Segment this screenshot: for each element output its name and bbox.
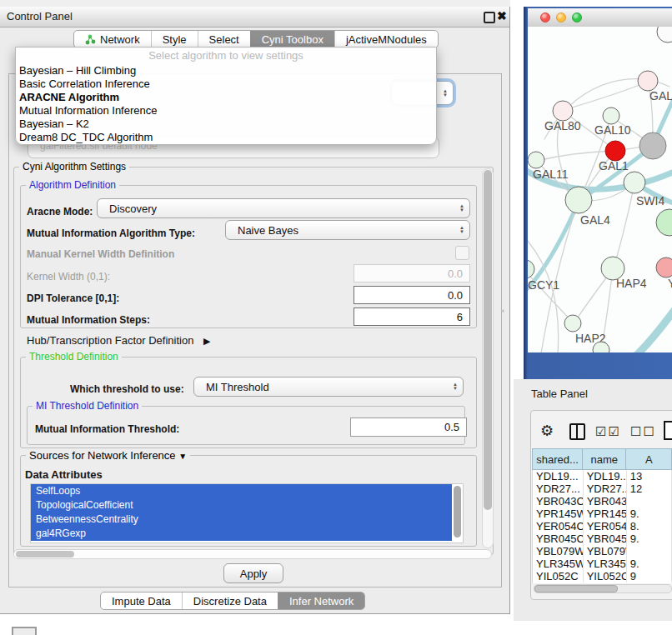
mi-steps-field[interactable]: 6 [354, 308, 470, 326]
tab-select[interactable]: Select [198, 31, 250, 48]
zoom-button[interactable] [572, 12, 582, 22]
algorithm-option-bayesian-hill-climbing[interactable]: Bayesian – Hill Climbing [16, 64, 436, 78]
column-header-name[interactable]: name [583, 448, 626, 470]
network-node[interactable] [656, 209, 672, 236]
table-row[interactable]: YPR145WYPR145W9. [533, 508, 672, 520]
tab-cyni-toolbox[interactable]: Cyni Toolbox [250, 31, 334, 48]
network-edge [614, 183, 634, 268]
table-cell: YLR345W [584, 558, 627, 570]
sources-group-title[interactable]: Sources for Network Inference ▼ [26, 449, 190, 462]
network-node-gcy1[interactable] [528, 260, 534, 278]
float-window-icon[interactable] [484, 12, 495, 23]
mi-threshold-group-title: MI Threshold Definition [33, 400, 142, 412]
network-node-swi4[interactable] [624, 172, 645, 193]
hub-definition-toggle[interactable]: Hub/Transcription Factor Definition ▶ [27, 334, 210, 347]
table-cell: 9. [627, 508, 672, 520]
deselect-all-checkboxes-icon[interactable]: ☐☐ [630, 424, 656, 439]
network-node-label: Y [668, 277, 672, 290]
which-threshold-label: Which threshold to use: [70, 383, 184, 395]
data-attributes-label: Data Attributes [25, 468, 103, 481]
dpi-tolerance-field[interactable]: 0.0 [354, 286, 470, 304]
hub-definition-label: Hub/Transcription Factor Definition [27, 334, 193, 347]
aracne-mode-combo[interactable]: Discovery ▲▼ [97, 198, 470, 218]
table-row[interactable]: YDR27...YDR27...12 [533, 482, 672, 495]
minimize-button[interactable] [556, 12, 566, 22]
algorithm-option-mutual-information-inference[interactable]: Mutual Information Inference [16, 104, 436, 118]
network-node[interactable] [657, 27, 672, 42]
mi-type-combo[interactable]: Naive Bayes ▲▼ [225, 220, 470, 240]
manual-kernel-checkbox[interactable] [455, 246, 469, 260]
control-panel-title: Control Panel [7, 10, 73, 22]
settings-hscrollbar-track[interactable] [13, 549, 492, 559]
network-node-label: GAL1 [599, 159, 629, 172]
algorithm-option-aracne-algorithm[interactable]: ARACNE Algorithm [16, 91, 436, 104]
settings-group-title: Cyni Algorithm Settings [19, 161, 129, 172]
table-cell: YIL052C [584, 570, 627, 582]
table-cell: YBR045C [584, 532, 627, 545]
chevron-right-icon: ▶ [203, 336, 210, 346]
network-canvas[interactable]: GALGAL80GAL10GAL1GAL11SWI4GAL4GCY1HAP4YH… [528, 27, 672, 352]
algorithm-option-bayesian-k2[interactable]: Bayesian – K2 [16, 118, 436, 131]
gear-icon[interactable]: ⚙ [540, 422, 554, 440]
algorithm-option-dream8-dc-tdc-algorithm[interactable]: Dream8 DC_TDC Algorithm [16, 131, 436, 144]
network-node-label: GAL10 [594, 123, 631, 137]
network-node-gal1[interactable] [605, 141, 625, 161]
network-node-hap2[interactable] [564, 315, 581, 332]
tab-discretize-data[interactable]: Discretize Data [182, 592, 278, 609]
tab-label: Style [163, 33, 187, 46]
network-node-gal80[interactable] [553, 101, 573, 121]
panel-divider-arrow-icon[interactable]: ‹ [502, 307, 504, 315]
attribute-item-selfloops[interactable]: SelfLoops [31, 484, 452, 498]
collapsed-panel-grip[interactable] [12, 627, 37, 635]
tab-impute-data[interactable]: Impute Data [101, 592, 182, 609]
table-row[interactable]: YBR045CYBR045C9. [533, 532, 672, 545]
table-cell: YBL079W [533, 545, 584, 558]
tab-jactivemnodules[interactable]: jActiveMNodules [334, 31, 438, 48]
which-threshold-combo[interactable]: MI Threshold ▲▼ [193, 377, 464, 397]
mi-threshold-field[interactable]: 0.5 [350, 418, 467, 437]
tab-infer-network[interactable]: Infer Network [278, 592, 364, 609]
table-hscrollbar-thumb[interactable] [534, 585, 618, 592]
column-header-a[interactable]: A [626, 448, 672, 470]
network-node[interactable] [639, 132, 666, 159]
network-node-gal4[interactable] [565, 187, 592, 213]
columns-icon[interactable] [569, 423, 585, 440]
table-row[interactable]: YDL19...YDL19...13 [533, 470, 672, 482]
select-all-checkboxes-icon[interactable]: ☑☑ [595, 424, 621, 439]
tab-label: Infer Network [289, 595, 354, 608]
table-row[interactable]: YER054CYER054C8. [533, 520, 672, 532]
network-node-gal10[interactable] [603, 108, 619, 124]
attribute-item-topologicalcoefficient[interactable]: TopologicalCoefficient [31, 498, 452, 512]
network-node-gal11[interactable] [528, 152, 544, 168]
data-attributes-list[interactable]: SelfLoopsTopologicalCoefficientBetweenne… [30, 483, 464, 543]
table-cell: YDL19... [533, 470, 584, 482]
table-row[interactable]: YIL052CYIL052C9 [533, 570, 672, 582]
table-cell: YER054C [584, 520, 627, 532]
dpi-tolerance-label: DPI Tolerance [0,1]: [27, 292, 119, 304]
attribute-item-betweennesscentrality[interactable]: BetweennessCentrality [31, 512, 452, 527]
file-icon[interactable] [664, 421, 672, 440]
network-node-y[interactable] [656, 258, 672, 278]
table-row[interactable]: YLR345WYLR345W9. [533, 558, 672, 570]
attribute-item-gal4rgexp[interactable]: gal4RGexp [31, 527, 452, 541]
table-cell: YPR145W [584, 508, 627, 520]
table-row[interactable]: YBR043CYBR043C [533, 495, 672, 508]
close-icon[interactable]: ✖ [497, 9, 507, 22]
control-panel-titlebar[interactable] [0, 7, 509, 28]
tab-network[interactable]: Network [74, 31, 151, 48]
bottom-tabbar: Impute DataDiscretize DataInfer Network [100, 592, 365, 610]
table-cell: YBR043C [533, 495, 584, 508]
column-header-shared[interactable]: shared... [532, 448, 583, 470]
kernel-width-field[interactable]: 0.0 [354, 264, 470, 282]
table-row[interactable]: YBL079WYBL079W [533, 545, 672, 558]
algorithm-option-basic-correlation-inference[interactable]: Basic Correlation Inference [16, 78, 436, 91]
settings-scrollbar-thumb[interactable] [484, 170, 492, 510]
close-button[interactable] [540, 12, 550, 22]
settings-hscrollbar-thumb[interactable] [16, 551, 74, 558]
stepper-arrows-icon: ▲▼ [443, 89, 448, 98]
apply-button[interactable]: Apply [223, 563, 283, 583]
tab-style[interactable]: Style [151, 31, 198, 48]
popup-prompt: Select algorithm to view settings [16, 48, 436, 64]
attributes-scrollbar-thumb[interactable] [454, 486, 461, 538]
network-node-gal[interactable] [638, 71, 658, 91]
